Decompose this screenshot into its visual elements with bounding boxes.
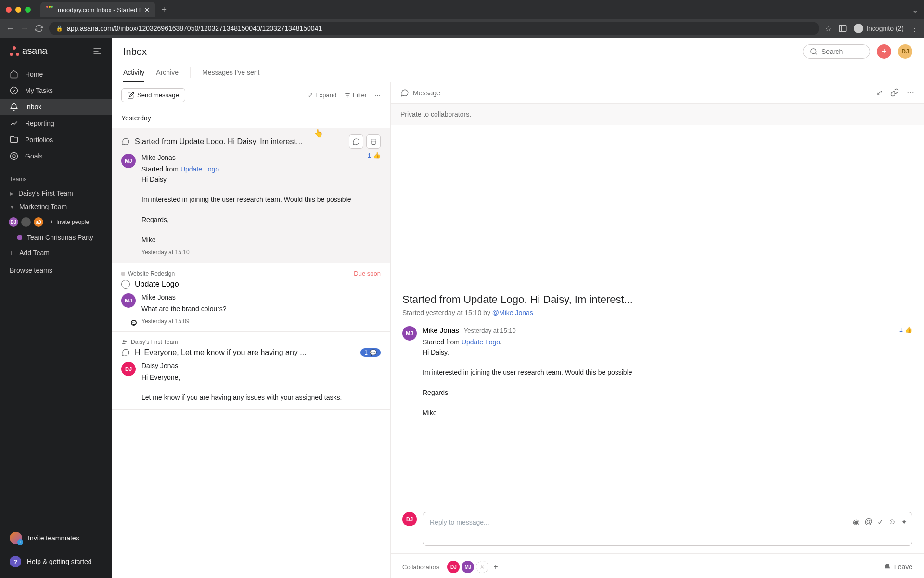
tabs-dropdown-icon[interactable]: ⌄ xyxy=(912,5,918,14)
task-link[interactable]: Update Logo xyxy=(462,338,500,346)
nav-reporting[interactable]: Reporting xyxy=(0,115,112,131)
tab-messages-sent[interactable]: Messages I've sent xyxy=(202,64,259,82)
task-icon[interactable]: ✓ xyxy=(877,517,884,526)
invite-people-link[interactable]: + Invite people xyxy=(50,219,89,225)
team-label: Daisy's First Team xyxy=(18,189,73,197)
mention-icon[interactable]: @ xyxy=(864,517,872,526)
author-avatar[interactable]: MJ xyxy=(121,293,136,308)
copy-link-icon[interactable] xyxy=(890,88,899,97)
user-avatar[interactable]: DJ xyxy=(898,44,912,59)
back-button[interactable]: ← xyxy=(6,24,14,34)
incognito-badge[interactable]: Incognito (2) xyxy=(854,24,904,33)
team-label: Marketing Team xyxy=(19,203,67,210)
reply-avatar: DJ xyxy=(402,512,417,526)
inbox-item[interactable]: Website Redesign Due soon Update Logo MJ… xyxy=(112,263,390,332)
leave-label: Leave xyxy=(894,563,912,571)
author-name[interactable]: Mike Jonas xyxy=(141,293,381,301)
author-name[interactable]: Mike Jonas xyxy=(423,326,459,334)
leave-button[interactable]: Leave xyxy=(884,563,912,571)
tab-activity[interactable]: Activity xyxy=(123,64,144,82)
record-icon[interactable]: ◉ xyxy=(853,517,860,526)
task-link[interactable]: Update Logo xyxy=(180,165,219,173)
team-daisys-first[interactable]: ▶ Daisy's First Team xyxy=(0,186,112,200)
author-avatar[interactable]: MJ xyxy=(402,326,417,341)
invite-teammates-icon: + xyxy=(10,532,22,544)
collaborator-avatar[interactable]: MJ xyxy=(462,561,474,573)
nav-goals-label: Goals xyxy=(25,152,43,160)
collapse-sidebar-icon[interactable] xyxy=(92,46,102,56)
expand-icon: ⤢ xyxy=(308,92,313,99)
tab-archive[interactable]: Archive xyxy=(156,64,179,82)
author-name[interactable]: Mike Jonas xyxy=(141,154,381,161)
member-avatar[interactable]: DJ xyxy=(8,216,19,228)
nav-home[interactable]: Home xyxy=(0,66,112,82)
browse-teams-button[interactable]: Browse teams xyxy=(0,262,112,279)
forward-button[interactable]: → xyxy=(20,24,29,34)
member-avatar[interactable] xyxy=(20,216,32,228)
more-icon[interactable]: ⋯ xyxy=(907,88,914,97)
panel-icon[interactable] xyxy=(838,24,847,33)
add-team-button[interactable]: + Add Team xyxy=(0,244,112,262)
incognito-icon xyxy=(854,24,863,33)
nav-my-tasks[interactable]: My Tasks xyxy=(0,82,112,99)
project-christmas-party[interactable]: Team Christmas Party xyxy=(0,231,112,244)
add-collaborator-button[interactable]: + xyxy=(493,563,498,571)
expand-label: Expand xyxy=(315,92,336,99)
fullscreen-icon[interactable]: ⤢ xyxy=(876,88,883,97)
detail-toolbar: Message ⤢ ⋯ xyxy=(391,82,924,104)
browser-tab[interactable]: moodjoy.com Inbox - Started f ✕ xyxy=(40,2,155,17)
bookmark-action-button[interactable] xyxy=(349,134,363,149)
create-button[interactable]: + xyxy=(877,44,891,59)
inbox-item[interactable]: Started from Update Logo. Hi Daisy, Im i… xyxy=(112,128,390,263)
like-badge[interactable]: 1 👍 xyxy=(899,326,912,333)
member-avatar[interactable]: a0 xyxy=(33,216,44,228)
more-icon[interactable]: ⋯ xyxy=(374,92,381,99)
nav-portfolios[interactable]: Portfolios xyxy=(0,131,112,148)
star-icon[interactable]: ✦ xyxy=(901,517,907,526)
target-icon xyxy=(10,152,18,160)
nav-goals[interactable]: Goals xyxy=(0,148,112,164)
collaborator-avatar[interactable]: DJ xyxy=(447,561,460,573)
tab-favicon xyxy=(46,6,54,13)
svg-point-5 xyxy=(11,87,18,94)
like-count: 1 xyxy=(368,152,371,159)
tab-close-icon[interactable]: ✕ xyxy=(144,6,150,13)
like-badge[interactable]: 1 👍 xyxy=(368,152,381,159)
new-tab-button[interactable]: + xyxy=(161,5,167,15)
invite-teammates-button[interactable]: + Invite teammates xyxy=(0,526,112,550)
date-header: Yesterday xyxy=(112,108,390,128)
author-avatar[interactable]: DJ xyxy=(121,362,136,376)
author-avatar[interactable]: MJ xyxy=(121,154,136,168)
emoji-icon[interactable]: ☺ xyxy=(888,517,896,526)
archive-action-button[interactable] xyxy=(366,134,381,149)
bookmark-icon[interactable]: ☆ xyxy=(825,24,832,33)
team-marketing[interactable]: ▼ Marketing Team + xyxy=(0,200,112,213)
help-button[interactable]: ? Help & getting started xyxy=(0,550,112,573)
url-bar[interactable]: 🔒 app.asana.com/0/inbox/1203269616387050… xyxy=(49,22,819,35)
nav-inbox[interactable]: Inbox xyxy=(0,99,112,115)
browser-menu-icon[interactable]: ⋮ xyxy=(911,24,918,33)
project-tag[interactable]: Website Redesign Due soon xyxy=(121,270,381,277)
nav-home-label: Home xyxy=(25,70,43,78)
expand-button[interactable]: ⤢ Expand xyxy=(308,92,336,99)
message-body: Hi Everyone, Let me know if you are havi… xyxy=(141,372,381,403)
task-check-icon[interactable] xyxy=(121,280,130,289)
detail-meta: Started yesterday at 15:10 by @Mike Jona… xyxy=(402,309,912,316)
window-close-dot[interactable] xyxy=(6,7,12,13)
author-name[interactable]: Daisy Jonas xyxy=(141,362,381,369)
collaborator-placeholder[interactable] xyxy=(476,561,488,573)
asana-logo-icon xyxy=(10,46,19,56)
send-message-button[interactable]: Send message xyxy=(121,88,185,102)
svg-line-9 xyxy=(815,53,817,54)
author-link[interactable]: @Mike Jonas xyxy=(492,309,533,316)
window-maximize-dot[interactable] xyxy=(25,7,31,13)
team-tag[interactable]: Daisy's First Team xyxy=(121,339,381,345)
asana-logo[interactable]: asana xyxy=(10,45,47,56)
search-input[interactable]: Search xyxy=(803,44,870,59)
window-minimize-dot[interactable] xyxy=(15,7,21,13)
filter-button[interactable]: Filter xyxy=(344,92,367,99)
reload-button[interactable] xyxy=(35,24,43,33)
reply-input[interactable]: Reply to message... ◉ @ ✓ ☺ ✦ xyxy=(423,512,912,546)
project-color-dot xyxy=(121,272,125,276)
inbox-item[interactable]: Daisy's First Team Hi Everyone, Let me k… xyxy=(112,332,390,410)
